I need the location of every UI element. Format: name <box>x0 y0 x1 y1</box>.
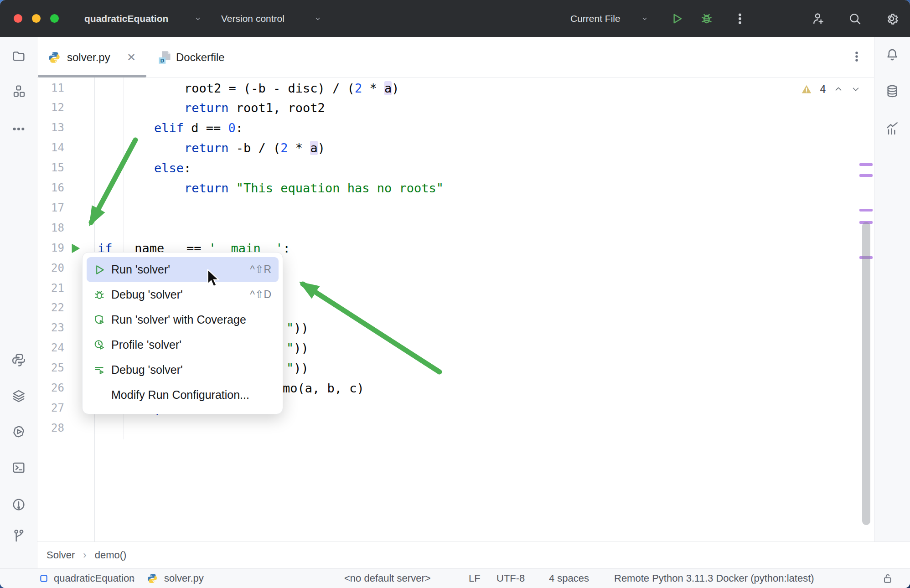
toolwindow-structure-icon[interactable] <box>11 84 26 98</box>
python-file-icon <box>147 573 158 584</box>
menu-item-run-solver[interactable]: Run 'solver'^⇧R <box>87 257 279 282</box>
code-token: root2 = (-b - disc) / ( <box>184 81 355 95</box>
code-token: "This equation has no roots" <box>236 181 444 195</box>
toolwindow-more-icon[interactable] <box>11 122 26 136</box>
svg-text:D: D <box>160 57 164 63</box>
line-number: 23 <box>43 318 64 338</box>
status-encoding[interactable]: UTF-8 <box>496 573 525 584</box>
more-actions-kebab-icon[interactable] <box>733 11 747 26</box>
run-configuration-selector[interactable]: Current File <box>570 13 620 24</box>
code-token: ) <box>392 81 399 95</box>
project-module-icon <box>39 574 48 583</box>
breadcrumb-file[interactable]: Solver <box>47 549 75 561</box>
inspections-widget[interactable]: 4 <box>801 80 861 98</box>
toolwindow-services-icon[interactable] <box>11 424 26 439</box>
code-token: " <box>286 321 294 335</box>
breadcrumb: Solver › demo() <box>37 542 910 568</box>
profile-icon <box>93 339 106 351</box>
left-toolwindow-stripe <box>0 37 37 568</box>
status-file[interactable]: solver.py <box>164 573 204 584</box>
toolwindow-python-icon[interactable] <box>11 353 26 367</box>
menu-item-shortcut: ^⇧D <box>250 289 271 301</box>
python-file-icon <box>48 51 61 64</box>
toolwindow-folder-icon[interactable] <box>11 49 26 63</box>
code-line-24[interactable]: ")) <box>286 338 309 358</box>
code-token: : <box>184 161 191 175</box>
status-interpreter[interactable]: Remote Python 3.11.3 Docker (python:late… <box>614 573 814 584</box>
status-line-ending[interactable]: LF <box>469 573 481 584</box>
breadcrumb-symbol[interactable]: demo() <box>95 549 127 561</box>
debug-lines-icon <box>93 364 106 377</box>
toolwindow-database-icon[interactable] <box>885 84 900 98</box>
code-line-23[interactable]: ")) <box>286 318 309 338</box>
coverage-icon <box>93 314 106 326</box>
menu-item-label: Modify Run Configuration... <box>111 388 249 402</box>
menu-item-debug-solver[interactable]: Debug 'solver'^⇧D <box>87 282 279 307</box>
code-token: 2 <box>355 81 362 95</box>
line-number: 21 <box>43 279 64 299</box>
changed-line-scroll-mark[interactable] <box>859 209 873 211</box>
menu-item-debug-solver[interactable]: Debug 'solver' <box>87 357 279 382</box>
code-line-13[interactable]: elif d == 0: <box>154 118 243 138</box>
code-line-15[interactable]: else: <box>154 158 191 178</box>
minimize-window-button[interactable] <box>32 14 41 23</box>
code-token: mo(a, b, c) <box>283 381 364 395</box>
toolwindow-terminal-icon[interactable] <box>11 460 26 475</box>
toolwindow-chart-icon[interactable] <box>885 121 900 136</box>
code-token: )) <box>294 361 309 375</box>
code-token: " <box>286 361 294 375</box>
code-token: " <box>286 341 294 355</box>
code-line-12[interactable]: return root1, root2 <box>184 98 325 118</box>
run-button[interactable] <box>669 11 684 26</box>
close-window-button[interactable] <box>14 14 22 23</box>
code-line-11[interactable]: root2 = (-b - disc) / (2 * a) <box>184 78 399 98</box>
line-number: 15 <box>43 158 64 178</box>
tab-dockerfile[interactable]: D Dockerfile <box>147 37 265 77</box>
editor-scrollbar[interactable] <box>862 222 870 525</box>
changed-line-scroll-mark[interactable] <box>859 174 873 177</box>
status-indent[interactable]: 4 spaces <box>549 573 589 584</box>
changed-line-scroll-mark[interactable] <box>859 163 873 166</box>
zoom-window-button[interactable] <box>50 14 59 23</box>
menu-item-shortcut: ^⇧R <box>250 263 271 276</box>
toolwindow-layers-icon[interactable] <box>11 388 26 403</box>
project-widget[interactable]: quadraticEquation <box>84 13 168 24</box>
code-line-25[interactable]: ")) <box>286 358 309 378</box>
line-number: 18 <box>43 218 64 238</box>
code-token: : <box>236 121 243 135</box>
tab-solver-py[interactable]: solver.py ✕ <box>37 37 147 77</box>
next-problem-chevron-down-icon[interactable] <box>851 84 861 94</box>
previous-problem-chevron-up-icon[interactable] <box>833 84 843 94</box>
toolwindow-bell-icon[interactable] <box>885 47 900 62</box>
line-number: 28 <box>43 418 64 438</box>
search-everywhere-icon[interactable] <box>848 11 862 26</box>
close-tab-icon[interactable]: ✕ <box>127 52 136 63</box>
code-token: * <box>288 141 310 155</box>
line-number: 17 <box>43 198 64 218</box>
toolwindow-problems-icon[interactable] <box>11 497 26 512</box>
menu-item-profile-solver[interactable]: Profile 'solver' <box>87 332 279 357</box>
run-line-gutter-icon[interactable] <box>69 242 81 254</box>
vcs-widget[interactable]: Version control <box>221 13 284 24</box>
line-number: 22 <box>43 298 64 318</box>
code-token: return <box>184 181 229 195</box>
line-number: 13 <box>43 118 64 138</box>
status-project[interactable]: quadraticEquation <box>54 573 134 584</box>
code-token: -b / ( <box>229 141 281 155</box>
menu-item-label: Profile 'solver' <box>111 338 181 351</box>
status-default-server[interactable]: <no default server> <box>344 573 431 584</box>
unlocked-padlock-icon[interactable] <box>882 573 894 584</box>
menu-item-modify-run-configuration[interactable]: Modify Run Configuration... <box>87 382 279 407</box>
code-line-14[interactable]: return -b / (2 * a) <box>184 138 325 158</box>
settings-gear-icon[interactable] <box>884 11 899 26</box>
code-token: 2 <box>280 141 288 155</box>
debug-button[interactable] <box>699 11 714 26</box>
code-line-26[interactable]: mo(a, b, c) <box>283 378 364 398</box>
chevron-down-icon <box>314 15 322 23</box>
menu-item-run-solver-with-coverage[interactable]: Run 'solver' with Coverage <box>87 307 279 332</box>
code-line-16[interactable]: return "This equation has no roots" <box>184 178 444 198</box>
code-with-me-add-user-icon[interactable] <box>811 11 825 26</box>
tab-options-kebab-icon[interactable] <box>850 50 863 63</box>
editor-tab-bar: solver.py ✕ D Dockerfile <box>37 37 874 77</box>
toolwindow-git-branch-icon[interactable] <box>11 528 26 543</box>
